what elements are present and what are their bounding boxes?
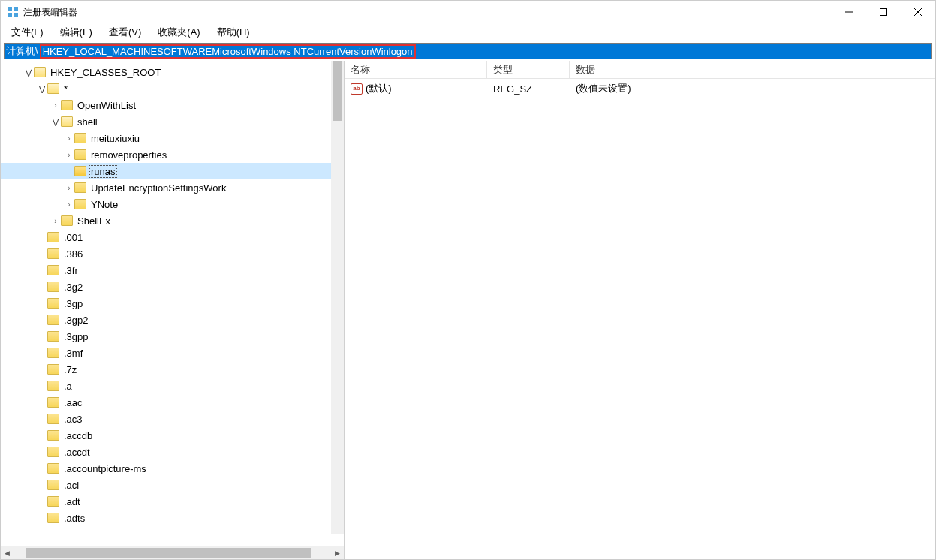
window-controls — [832, 1, 935, 23]
tree-meituxiuxiu[interactable]: › meituxiuxiu — [1, 130, 344, 146]
tree-ext-adts[interactable]: .adts — [1, 510, 344, 526]
expander-icon[interactable]: › — [64, 134, 74, 143]
value-name: (默认) — [366, 82, 392, 95]
expander-icon[interactable]: › — [50, 217, 61, 225]
folder-icon — [47, 248, 59, 259]
tree-shell[interactable]: ⋁ shell — [1, 113, 344, 130]
column-header-name[interactable]: 名称 — [345, 61, 487, 78]
folder-icon — [47, 447, 59, 457]
tree-ext-3gp[interactable]: .3gp — [1, 295, 344, 312]
tree-hkcr[interactable]: ⋁ HKEY_CLASSES_ROOT — [1, 64, 344, 80]
scroll-left-arrow-icon[interactable]: ◀ — [1, 546, 14, 559]
expander-icon[interactable]: › — [64, 200, 74, 209]
tree-ext-adt[interactable]: .adt — [1, 493, 344, 510]
expander-icon[interactable]: ⋁ — [23, 68, 34, 77]
tree-ext-3mf[interactable]: .3mf — [1, 345, 344, 361]
tree-ext-accdb[interactable]: .accdb — [1, 427, 344, 444]
folder-icon — [47, 480, 59, 490]
tree-label: .386 — [62, 248, 84, 260]
tree-ext-386[interactable]: .386 — [1, 245, 344, 262]
tree-label: .7z — [62, 364, 78, 375]
svg-rect-3 — [14, 13, 18, 17]
folder-icon — [61, 215, 73, 226]
expander-icon[interactable]: ⋁ — [37, 85, 47, 93]
tree-label: .3fr — [62, 265, 80, 276]
folder-icon — [47, 348, 59, 358]
tree-ext-3fr[interactable]: .3fr — [1, 262, 344, 278]
column-header-data[interactable]: 数据 — [570, 61, 935, 78]
menu-favorites[interactable]: 收藏夹(A) — [155, 24, 203, 41]
tree-ext-3g2[interactable]: .3g2 — [1, 278, 344, 295]
folder-icon — [47, 83, 59, 94]
tree-label: shell — [76, 116, 99, 128]
tree-runas[interactable]: runas — [1, 163, 344, 179]
tree-label: runas — [89, 165, 117, 178]
scroll-right-arrow-icon[interactable]: ▶ — [331, 546, 344, 559]
menu-file[interactable]: 文件(F) — [8, 24, 47, 41]
tree-openwithlist[interactable]: › OpenWithList — [1, 97, 344, 113]
tree-ext-3gp2[interactable]: .3gp2 — [1, 312, 344, 328]
expander-icon[interactable]: › — [64, 184, 74, 192]
folder-icon — [47, 282, 59, 292]
close-button[interactable] — [901, 1, 935, 23]
tree-ext-accdt[interactable]: .accdt — [1, 444, 344, 460]
list-row[interactable]: ab (默认) REG_SZ (数值未设置) — [345, 80, 935, 97]
tree-removeproperties[interactable]: › removeproperties — [1, 146, 344, 163]
tree-ext-aac[interactable]: .aac — [1, 394, 344, 411]
tree-label: .adts — [62, 513, 86, 524]
menu-help[interactable]: 帮助(H) — [214, 24, 253, 41]
tree-ext-a[interactable]: .a — [1, 378, 344, 394]
cell-name: ab (默认) — [345, 82, 487, 95]
folder-icon — [74, 149, 86, 160]
expander-icon[interactable]: › — [64, 151, 74, 159]
tree-vertical-scrollthumb[interactable] — [333, 61, 342, 121]
tree-shellex[interactable]: › ShellEx — [1, 212, 344, 229]
tree-ext-3gpp[interactable]: .3gpp — [1, 328, 344, 345]
minimize-button[interactable] — [832, 1, 866, 23]
tree-ext-acl[interactable]: .acl — [1, 477, 344, 493]
addressbar[interactable]: 计算机\HKEY_LOCAL_MACHINESOFTWAREMicrosoftW… — [4, 43, 932, 59]
tree-label: removeproperties — [89, 149, 168, 161]
tree-label: meituxiuxiu — [89, 133, 141, 144]
tree-label: .adt — [62, 496, 82, 507]
tree-scroll[interactable]: ⋁ HKEY_CLASSES_ROOT ⋁ * › OpenWithList ⋁… — [1, 61, 344, 546]
folder-icon — [34, 67, 46, 77]
folder-icon — [74, 166, 86, 176]
list-body[interactable]: ab (默认) REG_SZ (数值未设置) — [345, 79, 935, 559]
cell-data: (数值未设置) — [570, 82, 935, 95]
tree-horizontal-scrollbar[interactable]: ◀ ▶ — [1, 546, 344, 559]
tree-updateenc[interactable]: › UpdateEncryptionSettingsWork — [1, 179, 344, 196]
menu-edit[interactable]: 编辑(E) — [57, 24, 95, 41]
tree-star[interactable]: ⋁ * — [1, 80, 344, 97]
tree-label: .a — [62, 381, 74, 392]
tree-ynote[interactable]: › YNote — [1, 196, 344, 212]
tree-label: .3g2 — [62, 282, 84, 293]
content-area: ⋁ HKEY_CLASSES_ROOT ⋁ * › OpenWithList ⋁… — [1, 61, 935, 559]
tree-horizontal-scrollthumb[interactable] — [26, 548, 311, 558]
expander-icon[interactable]: › — [50, 101, 61, 110]
menu-view[interactable]: 查看(V) — [106, 24, 144, 41]
folder-icon — [47, 381, 59, 391]
tree-ext-7z[interactable]: .7z — [1, 361, 344, 378]
tree-label: .accdb — [62, 430, 94, 441]
tree-label: UpdateEncryptionSettingsWork — [89, 182, 227, 194]
tree-ext-001[interactable]: .001 — [1, 229, 344, 245]
folder-icon — [47, 315, 59, 325]
folder-icon — [47, 331, 59, 342]
tree-ext-accountpicturems[interactable]: .accountpicture-ms — [1, 460, 344, 477]
expander-icon[interactable]: ⋁ — [50, 118, 61, 126]
tree-label: .ac3 — [62, 414, 84, 425]
folder-icon — [74, 199, 86, 209]
tree-vertical-scrollbar[interactable] — [331, 61, 344, 534]
folder-icon — [47, 364, 59, 375]
folder-icon — [47, 463, 59, 474]
folder-icon — [61, 116, 73, 127]
column-header-type[interactable]: 类型 — [487, 61, 570, 78]
folder-icon — [47, 496, 59, 507]
folder-icon — [74, 133, 86, 143]
tree-ext-ac3[interactable]: .ac3 — [1, 411, 344, 427]
tree-label: YNote — [89, 199, 119, 210]
folder-icon — [47, 397, 59, 408]
maximize-button[interactable] — [866, 1, 901, 23]
list-header: 名称 类型 数据 — [345, 61, 935, 79]
